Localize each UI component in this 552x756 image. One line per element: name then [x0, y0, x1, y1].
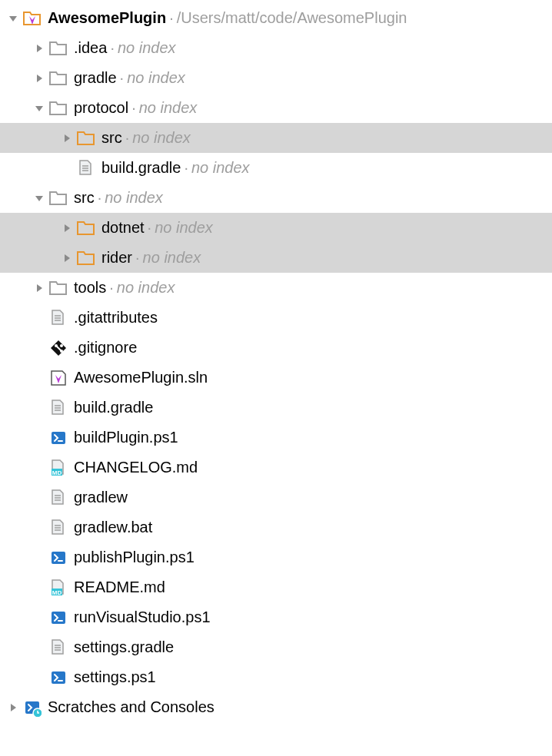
tree-item-label: AwesomePlugin.sln	[74, 369, 208, 386]
tree-item-label: README.md	[74, 579, 165, 596]
tree-item-scratches[interactable]: Scratches and Consoles	[0, 692, 552, 722]
chevron-down-icon[interactable]	[31, 190, 48, 207]
tree-item-gradlew[interactable]: gradlew	[0, 482, 552, 512]
tree-item-src[interactable]: src · no index	[0, 183, 552, 213]
chevron-right-icon[interactable]	[5, 699, 22, 716]
no-index-annotation: no index	[155, 219, 213, 237]
folder-icon	[77, 249, 95, 267]
tree-item-label: .gitignore	[74, 339, 137, 356]
tree-item-label: build.gradle	[101, 159, 181, 177]
tree-item-label: .gitattributes	[74, 309, 158, 327]
tree-item-gradlew-bat[interactable]: gradlew.bat	[0, 512, 552, 542]
tree-item-dotnet[interactable]: dotnet · no index	[0, 213, 552, 243]
tree-item-label: tools	[74, 279, 106, 297]
tree-item-gitattributes[interactable]: .gitattributes	[0, 303, 552, 333]
tree-item-buildplugin-ps1[interactable]: buildPlugin.ps1	[0, 423, 552, 453]
tree-item-label: buildPlugin.ps1	[74, 429, 178, 446]
tree-item-readme[interactable]: README.md	[0, 572, 552, 602]
folder-icon	[49, 69, 68, 88]
no-index-annotation: no index	[139, 99, 198, 117]
powershell-icon	[49, 429, 68, 447]
folder-icon	[49, 279, 68, 297]
tree-item-sln[interactable]: AwesomePlugin.sln	[0, 363, 552, 393]
chevron-down-icon[interactable]	[5, 10, 22, 27]
tree-item-label: dotnet	[101, 219, 145, 237]
tree-item-label: runVisualStudio.ps1	[74, 608, 211, 626]
folder-icon	[49, 99, 68, 118]
no-index-annotation: no index	[105, 189, 163, 207]
tree-item-changelog[interactable]: CHANGELOG.md	[0, 453, 552, 482]
tree-item-label: AwesomePlugin	[48, 9, 166, 27]
no-index-annotation: no index	[132, 129, 191, 147]
tree-item-gitignore[interactable]: .gitignore	[0, 333, 552, 363]
tree-item-tools[interactable]: tools · no index	[0, 273, 552, 303]
chevron-right-icon[interactable]	[31, 280, 48, 297]
chevron-right-icon[interactable]	[58, 250, 75, 267]
solution-icon	[49, 369, 68, 387]
no-index-annotation: no index	[191, 159, 250, 177]
chevron-down-icon[interactable]	[31, 100, 48, 117]
tree-item-idea[interactable]: .idea · no index	[0, 33, 552, 63]
tree-item-label: build.gradle	[74, 399, 153, 416]
file-icon	[49, 489, 68, 507]
chevron-right-icon[interactable]	[31, 70, 48, 87]
file-icon	[49, 519, 68, 537]
tree-item-label: Scratches and Consoles	[48, 698, 214, 716]
tree-item-label: gradlew.bat	[74, 519, 152, 536]
tree-item-settings-ps1[interactable]: settings.ps1	[0, 662, 552, 692]
tree-item-gradle[interactable]: gradle · no index	[0, 63, 552, 93]
tree-item-protocol[interactable]: protocol · no index	[0, 93, 552, 123]
tree-item-label: protocol	[74, 99, 128, 117]
chevron-right-icon[interactable]	[58, 130, 75, 147]
tree-item-settings-gradle[interactable]: settings.gradle	[0, 632, 552, 662]
tree-item-label: gradlew	[74, 489, 128, 506]
file-icon	[49, 309, 68, 327]
file-icon	[77, 159, 95, 177]
folder-icon	[49, 39, 68, 58]
tree-item-publishplugin-ps1[interactable]: publishPlugin.ps1	[0, 542, 552, 572]
tree-item-label: settings.ps1	[74, 668, 156, 686]
tree-item-path: /Users/matt/code/AwesomePlugin	[177, 9, 407, 27]
markdown-icon	[49, 579, 68, 597]
project-tree[interactable]: AwesomePlugin · /Users/matt/code/Awesome…	[0, 0, 552, 725]
folder-icon	[77, 129, 95, 148]
powershell-icon	[49, 608, 68, 627]
file-icon	[49, 399, 68, 417]
tree-item-label: .idea	[74, 39, 107, 57]
no-index-annotation: no index	[118, 39, 176, 57]
folder-icon	[49, 189, 68, 207]
no-index-annotation: no index	[117, 279, 175, 297]
powershell-icon	[49, 549, 68, 567]
chevron-right-icon[interactable]	[31, 40, 48, 57]
tree-item-root[interactable]: AwesomePlugin · /Users/matt/code/Awesome…	[0, 3, 552, 33]
tree-item-runvisualstudio-ps1[interactable]: runVisualStudio.ps1	[0, 602, 552, 632]
folder-icon	[77, 219, 95, 237]
powershell-icon	[49, 668, 68, 687]
tree-item-rider[interactable]: rider · no index	[0, 243, 552, 273]
no-index-annotation: no index	[143, 249, 201, 267]
tree-item-label: gradle	[74, 69, 117, 87]
tree-item-label: publishPlugin.ps1	[74, 549, 195, 566]
tree-item-protocol-src[interactable]: src · no index	[0, 123, 552, 153]
tree-item-label: src	[101, 129, 122, 147]
file-icon	[49, 638, 68, 657]
chevron-right-icon[interactable]	[58, 220, 75, 237]
tree-item-label: rider	[101, 249, 132, 267]
tree-item-label: settings.gradle	[74, 638, 174, 656]
tree-item-protocol-build-gradle[interactable]: build.gradle · no index	[0, 153, 552, 183]
tree-item-label: src	[74, 189, 95, 207]
gitignore-icon	[49, 339, 68, 357]
tree-item-label: CHANGELOG.md	[74, 459, 198, 476]
tree-item-build-gradle[interactable]: build.gradle	[0, 393, 552, 423]
scratches-icon	[23, 698, 42, 717]
project-icon	[23, 9, 42, 28]
no-index-annotation: no index	[127, 69, 185, 87]
markdown-icon	[49, 459, 68, 477]
